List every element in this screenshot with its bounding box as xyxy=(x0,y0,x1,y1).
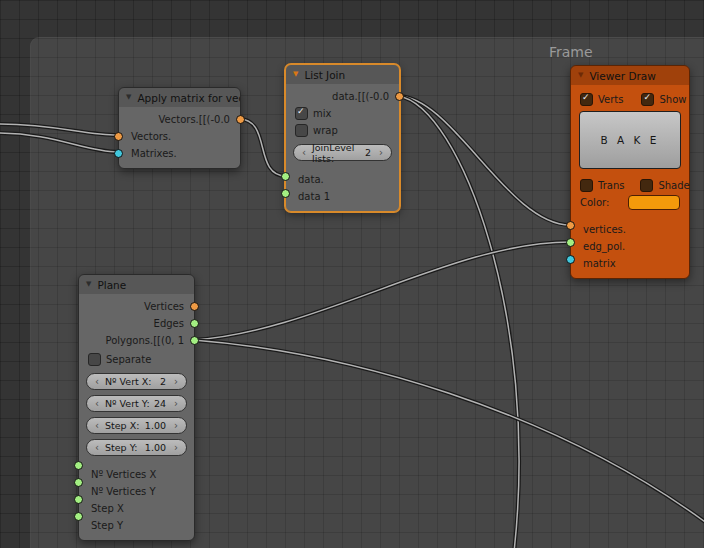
socket-matrix-input[interactable] xyxy=(566,255,575,264)
stepper-label: Nº Vert Y: xyxy=(103,398,154,409)
wrap-checkbox[interactable]: ✓ xyxy=(295,124,308,137)
stepper-left-arrow-icon[interactable]: ‹ xyxy=(91,419,103,432)
output-row: data.[[(-0.0 xyxy=(286,88,399,105)
joinlevel-stepper[interactable]: ‹ JoinLevel lists: 2 › xyxy=(293,144,392,161)
stepper-label: Step X: xyxy=(103,420,145,431)
node-editor-canvas[interactable]: Frame ▼ Apply matrix for vec... Vectors.… xyxy=(0,0,704,548)
socket-vectors-input[interactable] xyxy=(114,132,123,141)
check-icon: ✓ xyxy=(582,92,590,103)
input-row: matrix xyxy=(571,255,689,272)
stepper-right-arrow-icon[interactable]: › xyxy=(170,375,182,388)
input-row: Step Y xyxy=(79,517,194,534)
verts-label: Verts xyxy=(598,94,623,105)
input-row: data. xyxy=(286,171,399,188)
node-header[interactable]: ▼ List Join xyxy=(286,65,399,84)
node-apply-matrix[interactable]: ▼ Apply matrix for vec... Vectors.[[(-0.… xyxy=(118,87,241,169)
noodle[interactable] xyxy=(398,96,570,225)
socket-edges-output[interactable] xyxy=(190,319,199,328)
input-label: data 1 xyxy=(298,191,330,202)
wrap-row: ✓ wrap xyxy=(286,122,399,139)
output-label: Vectors.[[(-0.0 xyxy=(159,114,230,125)
socket-stepx-input[interactable] xyxy=(74,495,83,504)
noodle xyxy=(193,340,704,524)
node-title: List Join xyxy=(304,69,345,81)
stepper-right-arrow-icon[interactable]: › xyxy=(375,146,387,159)
input-label: data. xyxy=(298,174,324,185)
input-row: Step X xyxy=(79,500,194,517)
collapse-triangle-icon[interactable]: ▼ xyxy=(578,72,583,79)
mix-row: ✓ mix xyxy=(286,105,399,122)
collapse-triangle-icon[interactable]: ▼ xyxy=(126,94,131,101)
socket-matrixes-input[interactable] xyxy=(114,149,123,158)
node-viewer-draw[interactable]: ▼ Viewer Draw ✓ Verts ✓ Show B A K E ✓ T… xyxy=(570,65,690,279)
noodle[interactable] xyxy=(398,96,519,548)
socket-edgpol-input[interactable] xyxy=(566,238,575,247)
socket-vectors-output[interactable] xyxy=(236,115,245,124)
stepper-left-arrow-icon[interactable]: ‹ xyxy=(91,375,103,388)
noodle[interactable] xyxy=(193,242,570,340)
output-label: data.[[(-0.0 xyxy=(332,91,389,102)
shade-checkbox[interactable]: ✓ xyxy=(640,179,653,192)
node-title: Apply matrix for vec... xyxy=(137,92,240,104)
color-label: Color: xyxy=(580,197,609,208)
node-header[interactable]: ▼ Viewer Draw xyxy=(571,66,689,85)
noodle xyxy=(239,119,286,176)
separate-checkbox[interactable]: ✓ xyxy=(88,353,101,366)
socket-vertices-output[interactable] xyxy=(190,302,199,311)
socket-data-input[interactable] xyxy=(281,172,290,181)
input-label: Matrixes. xyxy=(131,148,177,159)
mix-label: mix xyxy=(313,108,331,119)
input-row: Vectors. xyxy=(119,128,240,145)
socket-stepy-input[interactable] xyxy=(74,512,83,521)
stepper-right-arrow-icon[interactable]: › xyxy=(170,397,182,410)
separate-row: ✓ Separate xyxy=(79,351,194,368)
socket-data1-input[interactable] xyxy=(281,189,290,198)
socket-nvertx-input[interactable] xyxy=(74,461,83,470)
output-label: Edges xyxy=(154,318,184,329)
socket-polygons-output[interactable] xyxy=(190,336,199,345)
output-row: Edges xyxy=(79,315,194,332)
step-y-stepper[interactable]: ‹ Step Y: 1.00 › xyxy=(86,439,187,456)
socket-vertices-input[interactable] xyxy=(566,221,575,230)
mix-checkbox[interactable]: ✓ xyxy=(295,107,308,120)
input-label: Nº Vertices Y xyxy=(91,486,156,497)
stepper-left-arrow-icon[interactable]: ‹ xyxy=(91,397,103,410)
input-row: Matrixes. xyxy=(119,145,240,162)
node-header[interactable]: ▼ Apply matrix for vec... xyxy=(119,88,240,107)
node-list-join[interactable]: ▼ List Join data.[[(-0.0 ✓ mix ✓ wrap ‹ … xyxy=(285,64,400,212)
noodle xyxy=(398,96,570,225)
node-title: Plane xyxy=(97,279,126,291)
trans-checkbox[interactable]: ✓ xyxy=(580,179,593,192)
input-row: Nº Vertices X xyxy=(79,466,194,483)
step-x-stepper[interactable]: ‹ Step X: 1.00 › xyxy=(86,417,187,434)
stepper-label: Nº Vert X: xyxy=(103,376,160,387)
verts-checkbox[interactable]: ✓ xyxy=(580,93,593,106)
separate-label: Separate xyxy=(106,354,151,365)
noodle[interactable] xyxy=(193,340,704,524)
input-label: Vectors. xyxy=(131,131,171,142)
check-icon: ✓ xyxy=(643,92,651,103)
socket-data-output[interactable] xyxy=(395,92,404,101)
color-swatch[interactable] xyxy=(628,195,680,210)
stepper-left-arrow-icon[interactable]: ‹ xyxy=(91,441,103,454)
color-row: Color: xyxy=(571,193,689,211)
show-checkbox[interactable]: ✓ xyxy=(641,93,654,106)
node-header[interactable]: ▼ Plane xyxy=(79,275,194,294)
output-row: Vectors.[[(-0.0 xyxy=(119,111,240,128)
stepper-right-arrow-icon[interactable]: › xyxy=(170,419,182,432)
wrap-label: wrap xyxy=(313,125,338,136)
shade-label: Shade xyxy=(658,180,689,191)
input-label: Step Y xyxy=(91,520,123,531)
node-plane[interactable]: ▼ Plane Vertices Edges Polygons.[[(0, 1 … xyxy=(78,274,195,541)
vert-x-stepper[interactable]: ‹ Nº Vert X: 2 › xyxy=(86,373,187,390)
stepper-left-arrow-icon[interactable]: ‹ xyxy=(298,146,310,159)
bake-button[interactable]: B A K E xyxy=(579,111,681,169)
input-row: edg_pol. xyxy=(571,238,689,255)
collapse-triangle-icon[interactable]: ▼ xyxy=(86,281,91,288)
vert-y-stepper[interactable]: ‹ Nº Vert Y: 24 › xyxy=(86,395,187,412)
collapse-triangle-icon[interactable]: ▼ xyxy=(293,71,298,78)
stepper-right-arrow-icon[interactable]: › xyxy=(170,441,182,454)
socket-nverty-input[interactable] xyxy=(74,478,83,487)
input-row: vertices. xyxy=(571,221,689,238)
show-label: Show xyxy=(659,94,686,105)
